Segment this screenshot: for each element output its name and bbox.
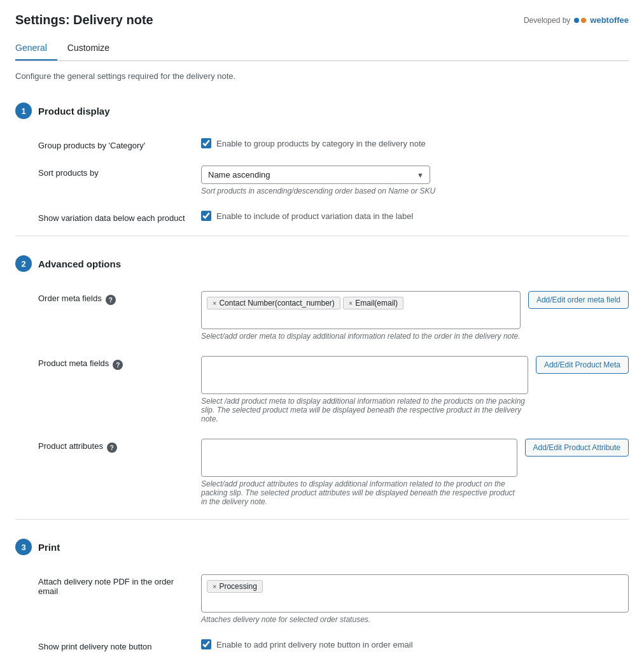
order-meta-box[interactable]: × Contact Number(contact_number) × Email… [201, 291, 521, 329]
checkbox-row-variation: Enable to include of product variation d… [201, 211, 629, 221]
order-meta-tags: × Contact Number(contact_number) × Email… [207, 297, 515, 309]
webtoffee-logo [574, 18, 586, 23]
tag-processing-label: Processing [219, 582, 256, 591]
checkbox-label-group-products: Enable to group products by category in … [216, 139, 426, 148]
attach-pdf-box[interactable]: × Processing [201, 574, 629, 613]
product-attr-field-col: Select/add product attributes to display… [201, 439, 517, 506]
add-edit-order-meta-button[interactable]: Add/Edit order meta field [528, 291, 629, 309]
section-title-1: Product display [38, 106, 110, 117]
label-show-print-button: Show print delivery note button [38, 639, 191, 651]
checkbox-show-variation[interactable] [201, 211, 211, 221]
page-title: Settings: Delivery note [15, 13, 153, 27]
section-number-3: 3 [15, 539, 32, 555]
label-product-attributes: Product attributes ? [38, 439, 191, 453]
label-sort-products: Sort products by [38, 166, 191, 178]
attach-pdf-hint: Attaches delivery note for selected orde… [201, 615, 629, 624]
tag-contact-label: Contact Number(contact_number) [219, 299, 334, 308]
brand-area: Developed by webtoffee [524, 15, 629, 25]
checkbox-group-products[interactable] [201, 138, 211, 148]
label-group-products: Group products by 'Category' [38, 138, 191, 150]
tab-customize[interactable]: Customize [67, 38, 120, 60]
page-description: Configure the general settings required … [15, 71, 629, 81]
section-advanced-options: 2 Advanced options Order meta fields ? [15, 246, 629, 514]
control-product-attributes: Select/add product attributes to display… [201, 439, 629, 506]
section-1-content: Group products by 'Category' Enable to g… [15, 131, 629, 230]
tag-email-label: Email(email) [355, 299, 398, 308]
checkbox-show-print-button[interactable] [201, 639, 211, 649]
form-row-show-variation: Show variation data below each product E… [38, 203, 629, 230]
section-advanced-header: 2 Advanced options [15, 246, 629, 281]
form-row-order-meta: Order meta fields ? × Contact Number(con… [38, 283, 629, 348]
tag-remove-processing[interactable]: × [213, 583, 216, 590]
label-show-variation: Show variation data below each product [38, 211, 191, 223]
logo-dot-orange [581, 18, 586, 23]
brand-label: Developed by [524, 16, 570, 25]
help-icon-order-meta[interactable]: ? [106, 295, 116, 305]
tag-contact-number: × Contact Number(contact_number) [207, 297, 340, 309]
label-product-meta: Product meta fields ? [38, 356, 191, 370]
sort-products-select[interactable]: Name ascending Name descending SKU ascen… [201, 166, 430, 184]
divider-1 [15, 236, 629, 236]
section-product-display: 1 Product display Group products by 'Cat… [15, 94, 629, 230]
control-order-meta: × Contact Number(contact_number) × Email… [201, 291, 629, 341]
tag-email: × Email(email) [343, 297, 403, 309]
product-attributes-box[interactable] [201, 439, 517, 477]
order-meta-field-col: × Contact Number(contact_number) × Email… [201, 291, 521, 341]
section-number-2: 2 [15, 255, 32, 272]
form-row-attach-pdf: Attach delivery note PDF in the order em… [38, 567, 629, 632]
product-attr-field-with-button: Select/add product attributes to display… [201, 439, 629, 506]
checkbox-label-variation: Enable to include of product variation d… [216, 211, 413, 221]
product-meta-hint: Select /add product meta to display addi… [201, 397, 528, 423]
attach-pdf-tags: × Processing [207, 580, 623, 593]
tag-remove-contact[interactable]: × [213, 299, 216, 307]
control-product-meta: Select /add product meta to display addi… [201, 356, 629, 423]
add-edit-product-attribute-button[interactable]: Add/Edit Product Attribute [525, 439, 629, 457]
tag-remove-email[interactable]: × [349, 299, 353, 307]
section-product-display-header: 1 Product display [15, 94, 629, 128]
product-attributes-hint: Select/add product attributes to display… [201, 479, 517, 506]
section-title-2: Advanced options [38, 259, 121, 269]
divider-2 [15, 519, 629, 520]
checkbox-label-print-button: Enable to add print delivery note button… [216, 640, 413, 649]
control-group-products: Enable to group products by category in … [201, 138, 629, 148]
logo-dot-blue [574, 18, 579, 23]
header: Settings: Delivery note Developed by web… [15, 13, 629, 27]
product-meta-field-with-button: Select /add product meta to display addi… [201, 356, 629, 423]
section-3-content: Attach delivery note PDF in the order em… [15, 567, 629, 652]
control-show-print-button: Enable to add print delivery note button… [201, 639, 629, 649]
checkbox-row-print-button: Enable to add print delivery note button… [201, 639, 629, 649]
brand-name: webtoffee [590, 15, 629, 25]
add-edit-product-meta-button[interactable]: Add/Edit Product Meta [536, 356, 629, 374]
label-order-meta: Order meta fields ? [38, 291, 191, 305]
form-row-sort-products: Sort products by Name ascending Name des… [38, 158, 629, 203]
form-row-product-attributes: Product attributes ? Select/add product … [38, 431, 629, 514]
page-wrapper: Settings: Delivery note Developed by web… [0, 0, 644, 652]
label-attach-pdf: Attach delivery note PDF in the order em… [38, 574, 191, 596]
section-print-header: 3 Print [15, 530, 629, 564]
control-show-variation: Enable to include of product variation d… [201, 211, 629, 221]
help-icon-product-meta[interactable]: ? [113, 360, 123, 370]
product-meta-field-col: Select /add product meta to display addi… [201, 356, 528, 423]
order-meta-field-with-button: × Contact Number(contact_number) × Email… [201, 291, 629, 341]
section-title-3: Print [38, 542, 60, 553]
section-number-1: 1 [15, 103, 32, 119]
checkbox-row-group: Enable to group products by category in … [201, 138, 629, 148]
form-row-group-products: Group products by 'Category' Enable to g… [38, 131, 629, 158]
tabs-bar: General Customize [15, 38, 629, 61]
form-row-product-meta: Product meta fields ? Select /add produc… [38, 348, 629, 431]
control-sort-products: Name ascending Name descending SKU ascen… [201, 166, 629, 195]
sort-select-wrapper: Name ascending Name descending SKU ascen… [201, 166, 430, 184]
sort-hint: Sort products in ascending/descending or… [201, 187, 629, 195]
product-meta-box[interactable] [201, 356, 528, 394]
tab-general[interactable]: General [15, 38, 57, 60]
section-2-content: Order meta fields ? × Contact Number(con… [15, 283, 629, 514]
order-meta-hint: Select/add order meta to display additio… [201, 332, 521, 341]
help-icon-product-attributes[interactable]: ? [107, 443, 117, 453]
control-attach-pdf: × Processing Attaches delivery note for … [201, 574, 629, 624]
tag-processing: × Processing [207, 580, 263, 593]
form-row-show-print-button: Show print delivery note button Enable t… [38, 632, 629, 652]
section-print: 3 Print Attach delivery note PDF in the … [15, 530, 629, 652]
